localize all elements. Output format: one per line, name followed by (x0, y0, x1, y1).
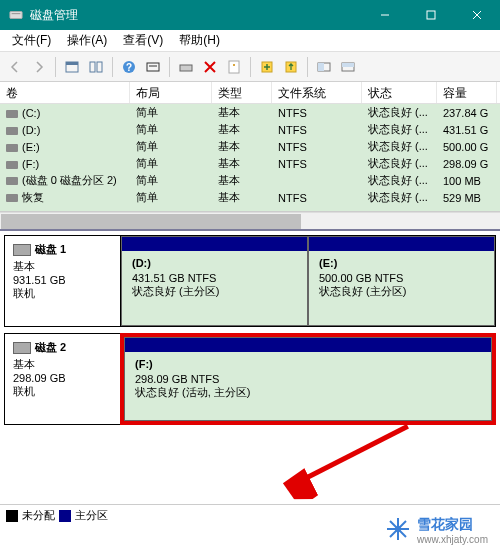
partition-header (122, 237, 307, 251)
maximize-button[interactable] (408, 0, 454, 30)
volume-icon (6, 127, 18, 135)
svg-rect-7 (66, 62, 78, 65)
svg-rect-1 (12, 13, 21, 14)
header-layout[interactable]: 布局 (130, 82, 212, 103)
partition[interactable]: (F:)298.09 GB NTFS状态良好 (活动, 主分区) (124, 337, 492, 421)
toolbar-icon-4[interactable] (175, 56, 197, 78)
disk-partitions: (D:)431.51 GB NTFS状态良好 (主分区)(E:)500.00 G… (120, 235, 496, 327)
table-header: 卷 布局 类型 文件系统 状态 容量 (0, 82, 500, 104)
toolbar: ? (0, 52, 500, 82)
window-title: 磁盘管理 (30, 7, 362, 24)
header-volume[interactable]: 卷 (0, 82, 130, 103)
toolbar-icon-7[interactable] (313, 56, 335, 78)
table-row[interactable]: (F:)简单基本NTFS状态良好 (...298.09 G (0, 155, 500, 172)
menu-view[interactable]: 查看(V) (115, 30, 171, 51)
back-button[interactable] (4, 56, 26, 78)
close-button[interactable] (454, 0, 500, 30)
legend-swatch-primary (59, 510, 71, 522)
disk-icon (13, 244, 31, 256)
menu-help[interactable]: 帮助(H) (171, 30, 228, 51)
app-icon (8, 7, 24, 23)
svg-rect-9 (97, 62, 102, 72)
svg-text:?: ? (126, 62, 132, 73)
watermark: 雪花家园 www.xhjaty.com (379, 513, 494, 548)
table-horizontal-scrollbar[interactable] (0, 212, 500, 229)
minimize-button[interactable] (362, 0, 408, 30)
svg-rect-14 (180, 65, 192, 71)
table-body: (C:)简单基本NTFS状态良好 (...237.84 G(D:)简单基本NTF… (0, 104, 500, 212)
partition[interactable]: (E:)500.00 GB NTFS状态良好 (主分区) (308, 236, 495, 326)
disk-label[interactable]: 磁盘 1基本931.51 GB联机 (4, 235, 120, 327)
volume-table: 卷 布局 类型 文件系统 状态 容量 (C:)简单基本NTFS状态良好 (...… (0, 82, 500, 212)
volume-icon (6, 110, 18, 118)
disk-label[interactable]: 磁盘 2基本298.09 GB联机 (4, 333, 120, 425)
svg-rect-20 (318, 63, 324, 71)
toolbar-icon-2[interactable] (85, 56, 107, 78)
volume-icon (6, 177, 18, 185)
table-row[interactable]: 恢复简单基本NTFS状态良好 (...529 MB (0, 189, 500, 206)
partition-header (125, 338, 491, 352)
header-type[interactable]: 类型 (212, 82, 272, 103)
svg-point-16 (233, 64, 235, 66)
svg-rect-12 (147, 63, 159, 71)
disk-row: 磁盘 1基本931.51 GB联机(D:)431.51 GB NTFS状态良好 … (4, 235, 496, 327)
snowflake-icon (385, 516, 411, 545)
delete-icon[interactable] (199, 56, 221, 78)
svg-rect-3 (427, 11, 435, 19)
menu-file[interactable]: 文件(F) (4, 30, 59, 51)
legend-swatch-unallocated (6, 510, 18, 522)
svg-point-28 (395, 526, 401, 532)
watermark-brand: 雪花家园 (417, 516, 473, 532)
volume-icon (6, 161, 18, 169)
help-icon[interactable]: ? (118, 56, 140, 78)
legend-primary: 主分区 (75, 508, 108, 523)
table-row[interactable]: (E:)简单基本NTFS状态良好 (...500.00 G (0, 138, 500, 155)
toolbar-icon-5[interactable] (256, 56, 278, 78)
table-row[interactable]: (磁盘 0 磁盘分区 2)简单基本状态良好 (...100 MB (0, 172, 500, 189)
menu-action[interactable]: 操作(A) (59, 30, 115, 51)
properties-icon[interactable] (223, 56, 245, 78)
table-row[interactable]: (C:)简单基本NTFS状态良好 (...237.84 G (0, 104, 500, 121)
toolbar-icon-6[interactable] (280, 56, 302, 78)
header-capacity[interactable]: 容量 (437, 82, 497, 103)
disk-icon (13, 342, 31, 354)
toolbar-icon-3[interactable] (142, 56, 164, 78)
partition[interactable]: (D:)431.51 GB NTFS状态良好 (主分区) (121, 236, 308, 326)
header-status[interactable]: 状态 (362, 82, 437, 103)
svg-rect-15 (229, 61, 239, 73)
disk-panel: 磁盘 1基本931.51 GB联机(D:)431.51 GB NTFS状态良好 … (0, 229, 500, 479)
titlebar: 磁盘管理 (0, 0, 500, 30)
menubar: 文件(F) 操作(A) 查看(V) 帮助(H) (0, 30, 500, 52)
header-filesystem[interactable]: 文件系统 (272, 82, 362, 103)
watermark-site: www.xhjaty.com (417, 534, 488, 545)
volume-icon (6, 144, 18, 152)
forward-button[interactable] (28, 56, 50, 78)
disk-partitions: (F:)298.09 GB NTFS状态良好 (活动, 主分区) (120, 333, 496, 425)
toolbar-icon-1[interactable] (61, 56, 83, 78)
svg-rect-22 (342, 63, 354, 67)
volume-icon (6, 194, 18, 202)
legend-unallocated: 未分配 (22, 508, 55, 523)
partition-header (309, 237, 494, 251)
svg-rect-0 (10, 12, 22, 19)
disk-row: 磁盘 2基本298.09 GB联机(F:)298.09 GB NTFS状态良好 … (4, 333, 496, 425)
svg-rect-8 (90, 62, 95, 72)
toolbar-icon-8[interactable] (337, 56, 359, 78)
table-row[interactable]: (D:)简单基本NTFS状态良好 (...431.51 G (0, 121, 500, 138)
